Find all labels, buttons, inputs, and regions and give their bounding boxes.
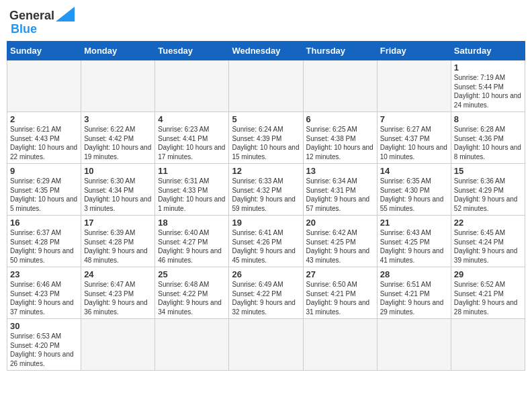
calendar-week-row: 2Sunrise: 6:21 AM Sunset: 4:43 PM Daylig…	[7, 112, 525, 164]
calendar-day-cell: 2Sunrise: 6:21 AM Sunset: 4:43 PM Daylig…	[7, 112, 81, 164]
calendar-day-cell	[155, 60, 229, 112]
calendar-day-cell: 20Sunrise: 6:42 AM Sunset: 4:25 PM Dayli…	[303, 216, 377, 267]
day-number: 18	[158, 218, 226, 228]
calendar-day-cell: 14Sunrise: 6:35 AM Sunset: 4:30 PM Dayli…	[377, 164, 451, 216]
day-info: Sunrise: 6:25 AM Sunset: 4:38 PM Dayligh…	[306, 125, 374, 161]
day-number: 20	[306, 218, 374, 228]
day-info: Sunrise: 6:30 AM Sunset: 4:34 PM Dayligh…	[84, 177, 152, 213]
day-number: 22	[454, 218, 522, 228]
calendar-week-row: 30Sunrise: 6:53 AM Sunset: 4:20 PM Dayli…	[7, 319, 525, 371]
page-header: General Blue	[7, 7, 525, 36]
calendar-day-cell: 16Sunrise: 6:37 AM Sunset: 4:28 PM Dayli…	[7, 216, 81, 267]
calendar-week-row: 23Sunrise: 6:46 AM Sunset: 4:23 PM Dayli…	[7, 267, 525, 319]
calendar-day-cell: 23Sunrise: 6:46 AM Sunset: 4:23 PM Dayli…	[7, 267, 81, 319]
day-number: 15	[454, 166, 522, 176]
day-number: 24	[84, 269, 152, 279]
calendar-day-cell: 12Sunrise: 6:33 AM Sunset: 4:32 PM Dayli…	[229, 164, 303, 216]
day-number: 3	[84, 114, 152, 124]
calendar-day-cell: 5Sunrise: 6:24 AM Sunset: 4:39 PM Daylig…	[229, 112, 303, 164]
day-info: Sunrise: 6:49 AM Sunset: 4:22 PM Dayligh…	[232, 280, 300, 316]
day-number: 4	[158, 114, 226, 124]
calendar-day-cell	[81, 60, 155, 112]
calendar-day-cell: 8Sunrise: 6:28 AM Sunset: 4:36 PM Daylig…	[451, 112, 525, 164]
day-info: Sunrise: 6:22 AM Sunset: 4:42 PM Dayligh…	[84, 125, 152, 161]
calendar-day-cell: 25Sunrise: 6:48 AM Sunset: 4:22 PM Dayli…	[155, 267, 229, 319]
day-info: Sunrise: 6:29 AM Sunset: 4:35 PM Dayligh…	[10, 177, 78, 213]
calendar-day-cell: 28Sunrise: 6:51 AM Sunset: 4:21 PM Dayli…	[377, 267, 451, 319]
calendar-day-cell	[229, 319, 303, 371]
calendar-day-cell: 9Sunrise: 6:29 AM Sunset: 4:35 PM Daylig…	[7, 164, 81, 216]
day-number: 21	[380, 218, 448, 228]
day-info: Sunrise: 6:48 AM Sunset: 4:22 PM Dayligh…	[158, 280, 226, 316]
day-info: Sunrise: 7:19 AM Sunset: 5:44 PM Dayligh…	[454, 73, 522, 109]
day-info: Sunrise: 6:45 AM Sunset: 4:24 PM Dayligh…	[454, 228, 522, 265]
day-number: 1	[454, 62, 522, 73]
calendar-week-row: 9Sunrise: 6:29 AM Sunset: 4:35 PM Daylig…	[7, 164, 525, 216]
calendar-day-cell: 15Sunrise: 6:36 AM Sunset: 4:29 PM Dayli…	[451, 164, 525, 216]
calendar-week-row: 1Sunrise: 7:19 AM Sunset: 5:44 PM Daylig…	[7, 60, 525, 112]
day-info: Sunrise: 6:31 AM Sunset: 4:33 PM Dayligh…	[158, 177, 226, 213]
day-info: Sunrise: 6:46 AM Sunset: 4:23 PM Dayligh…	[10, 280, 78, 316]
calendar-day-cell: 29Sunrise: 6:52 AM Sunset: 4:21 PM Dayli…	[451, 267, 525, 319]
calendar-day-cell: 1Sunrise: 7:19 AM Sunset: 5:44 PM Daylig…	[451, 60, 525, 112]
day-info: Sunrise: 6:21 AM Sunset: 4:43 PM Dayligh…	[10, 125, 78, 161]
day-info: Sunrise: 6:51 AM Sunset: 4:21 PM Dayligh…	[380, 280, 448, 316]
day-number: 14	[380, 166, 448, 176]
day-info: Sunrise: 6:35 AM Sunset: 4:30 PM Dayligh…	[380, 177, 448, 213]
day-of-week-header: Wednesday	[229, 42, 303, 60]
day-info: Sunrise: 6:27 AM Sunset: 4:37 PM Dayligh…	[380, 125, 448, 161]
day-info: Sunrise: 6:39 AM Sunset: 4:28 PM Dayligh…	[84, 228, 152, 265]
calendar-day-cell: 13Sunrise: 6:34 AM Sunset: 4:31 PM Dayli…	[303, 164, 377, 216]
calendar-day-cell: 17Sunrise: 6:39 AM Sunset: 4:28 PM Dayli…	[81, 216, 155, 267]
calendar-day-cell	[451, 319, 525, 371]
calendar-day-cell: 7Sunrise: 6:27 AM Sunset: 4:37 PM Daylig…	[377, 112, 451, 164]
day-number: 5	[232, 114, 300, 124]
logo-icon	[56, 7, 75, 21]
day-info: Sunrise: 6:53 AM Sunset: 4:20 PM Dayligh…	[10, 332, 78, 368]
logo: General Blue	[9, 7, 75, 36]
day-info: Sunrise: 6:41 AM Sunset: 4:26 PM Dayligh…	[232, 228, 300, 265]
calendar-day-cell	[303, 319, 377, 371]
day-info: Sunrise: 6:43 AM Sunset: 4:25 PM Dayligh…	[380, 228, 448, 265]
logo-blue-text: Blue	[11, 22, 37, 36]
day-number: 6	[306, 114, 374, 124]
day-number: 28	[380, 269, 448, 279]
day-number: 27	[306, 269, 374, 279]
calendar-day-cell: 11Sunrise: 6:31 AM Sunset: 4:33 PM Dayli…	[155, 164, 229, 216]
day-number: 19	[232, 218, 300, 228]
day-number: 9	[10, 166, 78, 176]
day-of-week-header: Sunday	[7, 42, 81, 60]
calendar-day-cell: 3Sunrise: 6:22 AM Sunset: 4:42 PM Daylig…	[81, 112, 155, 164]
day-number: 7	[380, 114, 448, 124]
calendar-week-row: 16Sunrise: 6:37 AM Sunset: 4:28 PM Dayli…	[7, 216, 525, 267]
day-info: Sunrise: 6:23 AM Sunset: 4:41 PM Dayligh…	[158, 125, 226, 161]
day-info: Sunrise: 6:37 AM Sunset: 4:28 PM Dayligh…	[10, 228, 78, 265]
calendar-day-cell: 26Sunrise: 6:49 AM Sunset: 4:22 PM Dayli…	[229, 267, 303, 319]
day-number: 17	[84, 218, 152, 228]
calendar-day-cell: 22Sunrise: 6:45 AM Sunset: 4:24 PM Dayli…	[451, 216, 525, 267]
calendar-day-cell	[229, 60, 303, 112]
day-number: 13	[306, 166, 374, 176]
day-info: Sunrise: 6:28 AM Sunset: 4:36 PM Dayligh…	[454, 125, 522, 161]
day-number: 30	[10, 321, 78, 331]
calendar-day-cell	[377, 60, 451, 112]
day-number: 26	[232, 269, 300, 279]
day-number: 23	[10, 269, 78, 279]
day-info: Sunrise: 6:50 AM Sunset: 4:21 PM Dayligh…	[306, 280, 374, 316]
calendar-day-cell: 19Sunrise: 6:41 AM Sunset: 4:26 PM Dayli…	[229, 216, 303, 267]
day-info: Sunrise: 6:34 AM Sunset: 4:31 PM Dayligh…	[306, 177, 374, 213]
calendar-header-row: SundayMondayTuesdayWednesdayThursdayFrid…	[7, 42, 525, 60]
day-info: Sunrise: 6:42 AM Sunset: 4:25 PM Dayligh…	[306, 228, 374, 265]
day-number: 8	[454, 114, 522, 124]
calendar-day-cell: 21Sunrise: 6:43 AM Sunset: 4:25 PM Dayli…	[377, 216, 451, 267]
day-info: Sunrise: 6:24 AM Sunset: 4:39 PM Dayligh…	[232, 125, 300, 161]
calendar-day-cell: 27Sunrise: 6:50 AM Sunset: 4:21 PM Dayli…	[303, 267, 377, 319]
calendar-day-cell: 18Sunrise: 6:40 AM Sunset: 4:27 PM Dayli…	[155, 216, 229, 267]
day-of-week-header: Friday	[377, 42, 451, 60]
calendar-table: SundayMondayTuesdayWednesdayThursdayFrid…	[7, 41, 525, 371]
day-of-week-header: Monday	[81, 42, 155, 60]
calendar-day-cell: 10Sunrise: 6:30 AM Sunset: 4:34 PM Dayli…	[81, 164, 155, 216]
calendar-day-cell	[377, 319, 451, 371]
day-info: Sunrise: 6:47 AM Sunset: 4:23 PM Dayligh…	[84, 280, 152, 316]
logo-text: General	[9, 9, 54, 21]
